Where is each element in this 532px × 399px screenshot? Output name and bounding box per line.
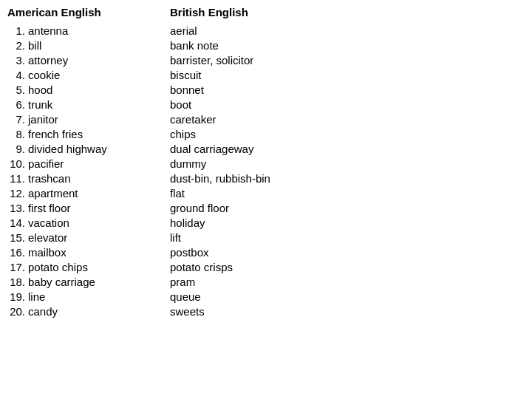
british-word: bank note [170, 39, 525, 52]
table-row: 3.attorneybarrister, solicitor [7, 52, 525, 67]
table-row: 7.janitorcaretaker [7, 112, 525, 126]
row-number: 9. [7, 143, 28, 155]
row-number: 10. [7, 157, 28, 170]
american-word: trashcan [28, 172, 170, 185]
american-word: attorney [28, 54, 170, 66]
row-number: 18. [7, 276, 28, 288]
table-row: 5.hoodbonnet [7, 82, 525, 97]
american-word: apartment [28, 187, 170, 200]
row-number: 17. [7, 261, 28, 273]
british-word: queue [170, 290, 525, 303]
table-row: 12.apartmentflat [7, 185, 525, 200]
british-word: dual carriageway [170, 143, 525, 155]
table-row: 4.cookiebiscuit [7, 67, 525, 82]
american-word: hood [28, 83, 170, 96]
row-number: 14. [7, 216, 28, 229]
american-word: cookie [28, 69, 170, 81]
table-row: 14.vacationholiday [7, 215, 525, 230]
american-word: mailbox [28, 246, 170, 259]
american-word: vacation [28, 216, 170, 229]
british-word: dummy [170, 157, 525, 170]
table-row: 6.trunkboot [7, 97, 525, 112]
table-row: 18.baby carriagepram [7, 274, 525, 289]
table-row: 20.candysweets [7, 304, 525, 318]
british-word: barrister, solicitor [170, 54, 525, 66]
row-number: 1. [7, 24, 28, 37]
american-word: french fries [28, 128, 170, 140]
american-word: divided highway [28, 143, 170, 155]
table-row: 2.billbank note [7, 38, 525, 52]
british-word: biscuit [170, 69, 525, 81]
american-word: pacifier [28, 157, 170, 170]
table-row: 11.trashcandust-bin, rubbish-bin [7, 171, 525, 185]
american-word: baby carriage [28, 276, 170, 288]
british-english-header: British English [170, 6, 525, 18]
american-word: first floor [28, 202, 170, 214]
row-number: 3. [7, 54, 28, 66]
row-number: 13. [7, 202, 28, 214]
british-word: postbox [170, 246, 525, 259]
row-number: 4. [7, 69, 28, 81]
row-number: 11. [7, 172, 28, 185]
british-word: lift [170, 231, 525, 244]
table-row: 15.elevatorlift [7, 230, 525, 245]
british-word: ground floor [170, 202, 525, 214]
american-word: elevator [28, 231, 170, 244]
row-number: 15. [7, 231, 28, 244]
american-word: antenna [28, 24, 170, 37]
american-word: line [28, 290, 170, 303]
british-word: boot [170, 98, 525, 111]
british-word: dust-bin, rubbish-bin [170, 172, 525, 185]
row-number: 6. [7, 98, 28, 111]
row-number: 8. [7, 128, 28, 140]
british-word: potato crisps [170, 261, 525, 273]
table-row: 9.divided highwaydual carriageway [7, 141, 525, 156]
british-word: chips [170, 128, 525, 140]
american-english-header: American English [7, 6, 170, 18]
table-row: 10.pacifierdummy [7, 156, 525, 171]
table-row: 1.antennaaerial [7, 23, 525, 38]
table-row: 17.potato chipspotato crisps [7, 259, 525, 274]
american-word: janitor [28, 113, 170, 126]
row-number: 20. [7, 305, 28, 318]
american-word: bill [28, 39, 170, 52]
row-number: 12. [7, 187, 28, 200]
american-word: candy [28, 305, 170, 318]
british-word: holiday [170, 216, 525, 229]
row-number: 5. [7, 83, 28, 96]
row-number: 16. [7, 246, 28, 259]
table-header: American English British English [7, 6, 525, 18]
british-word: bonnet [170, 83, 525, 96]
british-word: pram [170, 276, 525, 288]
table-row: 16.mailboxpostbox [7, 245, 525, 259]
row-number: 2. [7, 39, 28, 52]
row-number: 7. [7, 113, 28, 126]
british-word: sweets [170, 305, 525, 318]
vocabulary-list: 1.antennaaerial2.billbank note3.attorney… [7, 23, 525, 318]
british-word: flat [170, 187, 525, 200]
row-number: 19. [7, 290, 28, 303]
table-row: 8.french frieschips [7, 126, 525, 141]
table-row: 13.first floorground floor [7, 200, 525, 215]
table-row: 19.linequeue [7, 289, 525, 304]
british-word: aerial [170, 24, 525, 37]
american-word: potato chips [28, 261, 170, 273]
american-word: trunk [28, 98, 170, 111]
british-word: caretaker [170, 113, 525, 126]
